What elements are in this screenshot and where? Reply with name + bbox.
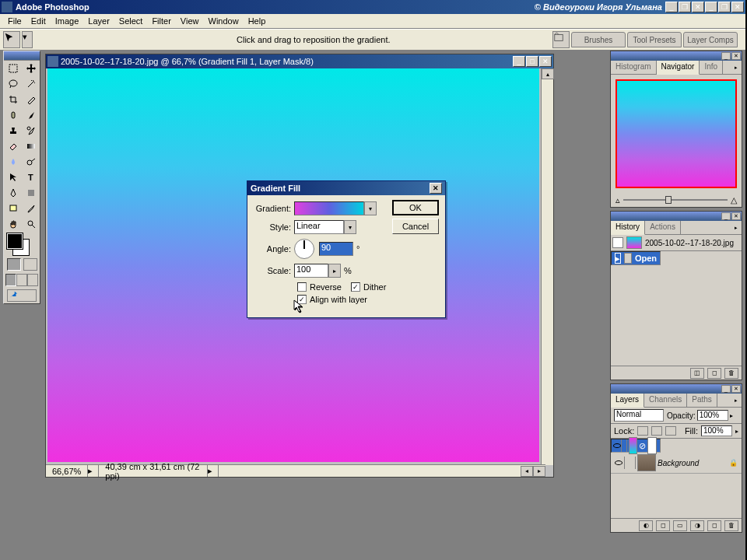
dialog-titlebar[interactable]: Gradient Fill ✕ [247, 181, 445, 195]
tab-actions[interactable]: Actions [645, 221, 681, 234]
scroll-right-icon[interactable]: ▸ [533, 466, 545, 477]
move-tool[interactable] [22, 61, 40, 76]
trash-icon[interactable]: 🗑 [724, 520, 738, 531]
well-layer-comps[interactable]: Layer Comps [683, 32, 738, 47]
scale-arrow-icon[interactable]: ▸ [328, 264, 341, 278]
angle-input[interactable]: 90 [319, 242, 353, 256]
shape-tool[interactable] [22, 185, 40, 201]
gradient-preview[interactable] [294, 201, 364, 215]
marquee-tool[interactable] [4, 61, 22, 76]
zoom-in-icon[interactable]: △ [731, 195, 737, 205]
scale-input[interactable]: 100 [294, 264, 328, 278]
standard-mode[interactable] [7, 258, 21, 271]
file-browser-icon[interactable] [552, 31, 570, 48]
pen-tool[interactable] [4, 185, 22, 201]
menu-edit[interactable]: Edit [26, 15, 51, 27]
new-snapshot-icon[interactable]: ◻ [707, 368, 721, 379]
zoom-tool[interactable] [22, 216, 40, 232]
screen-full-menu[interactable] [16, 274, 27, 286]
quickmask-mode[interactable] [23, 258, 37, 271]
new-doc-from-state-icon[interactable]: ◫ [690, 368, 704, 379]
lock-pixels-icon[interactable] [637, 426, 648, 436]
lasso-tool[interactable] [4, 76, 22, 92]
layer-link-icon[interactable] [625, 457, 636, 469]
angle-wheel[interactable] [294, 239, 314, 259]
menu-help[interactable]: Help [244, 15, 271, 27]
fg-color-swatch[interactable] [7, 233, 23, 249]
panel-menu-icon[interactable]: ▸ [731, 394, 742, 407]
dither-checkbox[interactable]: ✓ [351, 282, 360, 292]
layer-mask-thumb[interactable] [647, 437, 657, 454]
panel-menu-icon[interactable]: ▸ [731, 221, 742, 234]
menu-window[interactable]: Window [204, 15, 244, 27]
layer-item[interactable]: ⊘ Gradient F... [611, 439, 661, 453]
document-titlebar[interactable]: 2005-10-02--17-18-20.jpg @ 66,7% (Gradie… [46, 54, 553, 68]
tab-history[interactable]: History [611, 221, 645, 235]
doc-min-button[interactable]: _ [513, 56, 525, 67]
current-tool-icon[interactable] [3, 31, 20, 48]
panel-close-icon[interactable]: ✕ [731, 52, 741, 60]
panel-min-icon[interactable]: _ [721, 52, 731, 60]
visibility-icon[interactable] [613, 439, 622, 452]
blend-mode-select[interactable]: Normal [614, 409, 664, 422]
opacity-arrow-icon[interactable]: ▸ [730, 412, 733, 419]
scroll-left-icon[interactable]: ◂ [521, 466, 533, 477]
slice-tool[interactable] [22, 92, 40, 107]
layer-thumb[interactable] [637, 454, 656, 471]
style-select[interactable]: Linear [294, 220, 344, 234]
notes-tool[interactable] [4, 201, 22, 216]
panel-min-icon[interactable]: _ [721, 385, 731, 393]
panel-menu-icon[interactable]: ▸ [731, 61, 742, 74]
well-brushes[interactable]: Brushes [571, 32, 626, 47]
fill-input[interactable]: 100% [701, 425, 732, 436]
imageready-jump[interactable] [7, 289, 37, 302]
screen-standard[interactable] [5, 274, 16, 286]
history-state-icon[interactable]: ▸ [615, 253, 621, 264]
panel-grip[interactable]: _✕ [611, 51, 742, 61]
ok-button[interactable]: OK [392, 200, 439, 215]
visibility-icon[interactable] [612, 457, 625, 469]
toolbox-grip[interactable] [4, 51, 40, 61]
tab-histogram[interactable]: Histogram [611, 61, 657, 74]
panel-close-icon[interactable]: ✕ [731, 385, 741, 393]
zoom-out-icon[interactable]: ▵ [615, 195, 620, 205]
well-tool-presets[interactable]: Tool Presets [627, 32, 682, 47]
menu-filter[interactable]: Filter [147, 15, 175, 27]
tab-navigator[interactable]: Navigator [657, 61, 700, 75]
style-arrow-icon[interactable]: ▾ [344, 220, 356, 234]
tab-channels[interactable]: Channels [644, 394, 687, 407]
align-checkbox[interactable]: ✓ [297, 295, 307, 304]
status-menu-icon[interactable]: ▸ [208, 465, 219, 477]
adjustment-icon[interactable]: ◑ [690, 520, 704, 531]
gradient-tool[interactable] [22, 138, 40, 154]
color-swatches[interactable] [4, 232, 40, 257]
menu-layer[interactable]: Layer [83, 15, 114, 27]
restore-button[interactable]: ❐ [679, 2, 691, 12]
lock-position-icon[interactable] [651, 426, 662, 436]
tab-layers[interactable]: Layers [611, 394, 644, 408]
menu-view[interactable]: View [176, 15, 204, 27]
dodge-tool[interactable] [22, 154, 40, 170]
reverse-checkbox[interactable] [297, 282, 307, 292]
type-tool[interactable]: T [22, 170, 40, 185]
zoom-readout[interactable]: 66,67% [46, 465, 88, 477]
tool-preset-arrow[interactable]: ▾ [22, 31, 33, 48]
layer-link-icon[interactable] [622, 439, 627, 452]
scroll-up-icon[interactable]: ▴ [542, 68, 554, 79]
menu-image[interactable]: Image [51, 15, 84, 27]
screen-full[interactable] [27, 274, 38, 286]
panel-grip[interactable]: _✕ [611, 212, 742, 221]
wand-tool[interactable] [22, 76, 40, 92]
layer-name[interactable]: Background [658, 459, 729, 467]
brush-tool[interactable] [22, 107, 40, 123]
stamp-tool[interactable] [4, 123, 22, 138]
layer-style-icon[interactable]: ◐ [639, 520, 653, 531]
opacity-input[interactable]: 100% [697, 410, 728, 421]
tab-paths[interactable]: Paths [687, 394, 717, 407]
eyedropper-tool[interactable] [22, 201, 40, 216]
trash-icon[interactable]: 🗑 [724, 368, 738, 379]
layer-thumb[interactable] [629, 437, 638, 454]
crop-tool[interactable] [4, 92, 22, 107]
layer-item[interactable]: Background 🔒 [611, 453, 742, 474]
doc-restore-button[interactable]: ❐ [718, 2, 731, 12]
